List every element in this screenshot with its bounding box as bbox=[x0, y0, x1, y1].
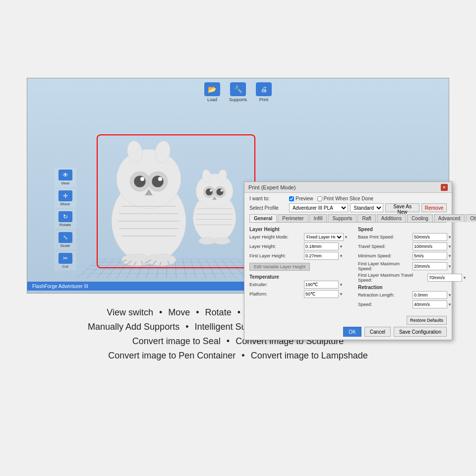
load-icon: 📂 bbox=[204, 82, 220, 96]
load-button[interactable]: 📂 Load bbox=[204, 82, 220, 102]
mode-select[interactable]: Standard bbox=[350, 203, 383, 212]
tab-others[interactable]: Others bbox=[466, 214, 476, 222]
sidebar-item-rotate[interactable]: ↻ Rotate bbox=[54, 209, 76, 229]
temperature-heading: Temperature bbox=[249, 274, 348, 280]
dialog-footer: OK Cancel Save Configuration bbox=[343, 327, 447, 337]
svg-point-32 bbox=[206, 188, 213, 195]
variable-layer-button[interactable]: Edit Variable Layer Height bbox=[249, 263, 310, 271]
minimum-speed-label: Minimum Speed: bbox=[358, 253, 413, 258]
rotate-icon: ↻ bbox=[59, 211, 72, 222]
first-layer-max-speed-input[interactable] bbox=[413, 262, 447, 270]
tab-cooling[interactable]: Cooling bbox=[407, 214, 433, 222]
scale-icon: ⤡ bbox=[59, 232, 72, 243]
speed-heading: Speed bbox=[358, 227, 467, 232]
travel-speed-input[interactable] bbox=[413, 242, 447, 250]
base-print-speed-label: Base Print Speed: bbox=[358, 235, 413, 239]
extruder-input[interactable] bbox=[304, 281, 339, 289]
tab-supports[interactable]: Supports bbox=[328, 214, 357, 222]
platform-input[interactable] bbox=[304, 290, 339, 298]
svg-point-6 bbox=[134, 176, 146, 187]
tab-perimeter[interactable]: Perimeter bbox=[278, 214, 308, 222]
label-convert-pen-container: Convert image to Pen Container bbox=[104, 351, 239, 361]
label-manually-add-supports: Manually Add Supports bbox=[84, 322, 183, 332]
view-icon: 👁 bbox=[59, 170, 72, 180]
supports-icon: 🔧 bbox=[230, 82, 246, 96]
printwhenslice-checkbox[interactable] bbox=[317, 196, 322, 201]
sidebar-item-move[interactable]: ✛ Move bbox=[54, 188, 76, 208]
sidebar-item-view[interactable]: 👁 View bbox=[54, 168, 76, 187]
move-label: Move bbox=[60, 202, 70, 206]
labels-row-4: Convert image to Pen Container • Convert… bbox=[0, 351, 476, 361]
saveas-button[interactable]: Save As New bbox=[385, 203, 419, 212]
dialog-titlebar: Print (Expert Mode) ✕ bbox=[244, 182, 452, 193]
platform-label: Platform: bbox=[249, 292, 304, 297]
dialog-close-button[interactable]: ✕ bbox=[441, 184, 448, 191]
layer-height-arrow: ▼ bbox=[339, 244, 343, 249]
first-layer-height-label: First Layer Height: bbox=[249, 253, 304, 258]
first-layer-max-travel-input[interactable] bbox=[427, 274, 462, 282]
sidebar-item-cut[interactable]: ✂ Cut bbox=[54, 251, 76, 271]
viewport: FlashForge Adventurer III ⊞ 📂 Load 🔧 Sup… bbox=[27, 78, 449, 294]
first-layer-max-travel-label: First Layer Maximum Travel Speed: bbox=[358, 273, 427, 283]
tab-additions[interactable]: Additions bbox=[377, 214, 406, 222]
supports-label: Supports bbox=[229, 97, 247, 102]
print-dialog: Print (Expert Mode) ✕ I want to: Preview… bbox=[244, 181, 452, 340]
settings-right-col: Speed Base Print Speed: ▼ Travel Speed: … bbox=[358, 225, 467, 310]
speed-label: Speed: bbox=[358, 302, 413, 307]
extruder-label: Extruder: bbox=[249, 282, 304, 287]
retraction-length-label: Retraction Length: bbox=[358, 293, 413, 298]
tab-raft[interactable]: Raft bbox=[357, 214, 375, 222]
svg-point-33 bbox=[216, 188, 223, 195]
print-icon: 🖨 bbox=[256, 82, 272, 96]
label-rotate: Rotate bbox=[201, 307, 236, 318]
travel-speed-label: Travel Speed: bbox=[358, 244, 413, 249]
owl-models bbox=[99, 137, 253, 266]
scale-label: Scale bbox=[60, 243, 70, 248]
layer-height-heading: Layer Height bbox=[249, 227, 348, 232]
label-convert-seal: Convert image to Seal bbox=[128, 336, 225, 347]
left-sidebar: 👁 View ✛ Move ↻ Rotate ⤡ Scale ✂ Cut bbox=[54, 168, 76, 271]
svg-point-35 bbox=[221, 189, 223, 191]
tab-general[interactable]: General bbox=[249, 214, 277, 222]
move-icon: ✛ bbox=[59, 190, 72, 201]
layer-height-mode-select[interactable]: Fixed Layer Height bbox=[304, 233, 344, 241]
rotate-label: Rotate bbox=[60, 223, 71, 227]
settings-left-col: Layer Height Layer Height Mode: Fixed La… bbox=[249, 225, 348, 310]
selectprofile-label: Select Profile bbox=[249, 205, 289, 211]
cut-label: Cut bbox=[62, 264, 68, 269]
save-configuration-button[interactable]: Save Configuration bbox=[394, 327, 447, 337]
svg-point-34 bbox=[210, 189, 212, 191]
supports-button[interactable]: 🔧 Supports bbox=[229, 82, 247, 102]
tab-advanced[interactable]: Advanced bbox=[434, 214, 465, 222]
dialog-title: Print (Expert Mode) bbox=[248, 184, 296, 190]
sidebar-item-scale[interactable]: ⤡ Scale bbox=[54, 230, 76, 250]
layer-height-mode-arrow: ▼ bbox=[344, 235, 348, 239]
label-convert-lampshade: Convert image to Lampshade bbox=[247, 351, 372, 361]
first-layer-height-input[interactable] bbox=[304, 252, 339, 260]
retraction-length-input[interactable] bbox=[413, 291, 447, 299]
layer-height-label: Layer Height: bbox=[249, 244, 304, 249]
speed-input[interactable] bbox=[413, 300, 447, 308]
print-label: Print bbox=[259, 97, 269, 102]
printwhenslice-label: Print When Slice Done bbox=[324, 196, 374, 201]
print-button[interactable]: 🖨 Print bbox=[256, 82, 272, 102]
layer-height-mode-label: Layer Height Mode: bbox=[249, 235, 304, 239]
minimum-speed-input[interactable] bbox=[413, 252, 447, 260]
ok-button[interactable]: OK bbox=[343, 327, 361, 337]
view-label: View bbox=[61, 181, 69, 185]
load-label: Load bbox=[207, 97, 217, 102]
cancel-button[interactable]: Cancel bbox=[364, 327, 391, 337]
cut-icon: ✂ bbox=[59, 253, 72, 264]
dialog-tabs: General Perimeter Infill Supports Raft A… bbox=[249, 214, 447, 223]
label-move: Move bbox=[164, 307, 194, 318]
retraction-heading: Retraction bbox=[358, 285, 467, 290]
remove-button[interactable]: Remove bbox=[421, 203, 447, 212]
tab-infill[interactable]: Infill bbox=[309, 214, 327, 222]
restore-defaults-button[interactable]: Restore Defaults bbox=[407, 316, 447, 325]
layer-height-input[interactable] bbox=[304, 242, 339, 250]
base-print-speed-input[interactable] bbox=[413, 233, 447, 241]
preview-label: Preview bbox=[296, 196, 313, 201]
preview-checkbox[interactable] bbox=[289, 196, 294, 201]
status-text: FlashForge Adventurer III bbox=[32, 284, 88, 289]
profile-select[interactable]: Adventurer III PLA bbox=[289, 203, 348, 212]
